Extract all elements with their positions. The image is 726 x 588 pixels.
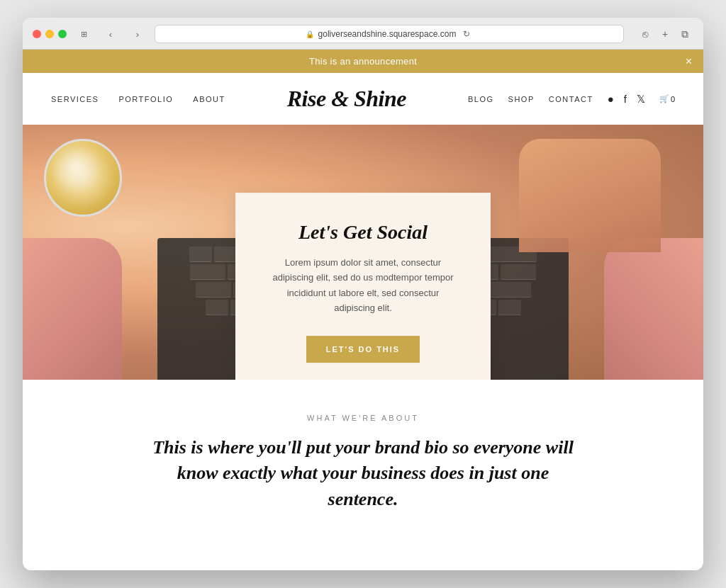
cart-count: 0 (671, 95, 675, 103)
latte-art (46, 141, 120, 215)
key (196, 282, 231, 298)
fabric-decoration-right (604, 238, 703, 380)
browser-chrome: ⊞ ‹ › 🔒 goliverseandshine.squarespace.co… (23, 18, 703, 50)
nav-left: SERVICES PORTFOLIO ABOUT (51, 95, 225, 103)
announcement-close-button[interactable]: × (686, 56, 692, 67)
key (214, 247, 237, 262)
new-tab-button[interactable]: + (657, 26, 674, 42)
window-toggle-button[interactable]: ⊞ (74, 26, 94, 42)
address-bar[interactable]: 🔒 goliverseandshine.squarespace.com ↻ (155, 25, 624, 43)
hero-section: Let's Get Social Lorem ipsum dolor sit a… (23, 125, 703, 380)
nav-link-blog[interactable]: BLOG (468, 95, 494, 103)
social-card-title: Let's Get Social (271, 221, 455, 244)
key (190, 264, 225, 280)
facebook-icon[interactable]: f (624, 93, 627, 105)
key (206, 300, 228, 315)
nav-link-services[interactable]: SERVICES (51, 95, 99, 103)
fabric-decoration-left (23, 238, 122, 380)
social-card: Let's Get Social Lorem ipsum dolor sit a… (235, 193, 491, 380)
announcement-bar: This is an announcement × (23, 50, 703, 73)
nav: SERVICES PORTFOLIO ABOUT Rise & Shine BL… (23, 73, 703, 125)
site-logo[interactable]: Rise & Shine (287, 86, 406, 112)
nav-social: ● f 𝕏 (608, 93, 645, 106)
coffee-cup (44, 139, 122, 217)
traffic-lights (33, 30, 67, 38)
back-button[interactable]: ‹ (101, 26, 121, 42)
minimize-traffic-light[interactable] (45, 30, 54, 38)
forward-button[interactable]: › (128, 26, 147, 42)
social-card-body: Lorem ipsum dolor sit amet, consectur ad… (271, 255, 455, 316)
nav-link-contact[interactable]: CONTACT (549, 95, 593, 103)
twitter-icon[interactable]: 𝕏 (637, 93, 645, 106)
about-headline: This is where you'll put your brand bio … (150, 435, 576, 512)
lock-icon: 🔒 (306, 30, 314, 38)
tabs-button[interactable]: ⧉ (676, 26, 693, 42)
key (498, 300, 521, 315)
nav-right: BLOG SHOP CONTACT ● f 𝕏 🛒 0 (468, 93, 675, 106)
cart-symbol: 🛒 (659, 94, 669, 103)
instagram-icon[interactable]: ● (608, 93, 614, 105)
hand-image (519, 139, 661, 252)
about-label: WHAT WE'RE ABOUT (51, 414, 675, 422)
maximize-traffic-light[interactable] (58, 30, 67, 38)
share-button[interactable]: ⎋ (637, 26, 654, 42)
browser-window: ⊞ ‹ › 🔒 goliverseandshine.squarespace.co… (23, 18, 703, 570)
nav-link-shop[interactable]: SHOP (508, 95, 535, 103)
cart-icon[interactable]: 🛒 0 (659, 94, 675, 103)
refresh-button[interactable]: ↻ (460, 29, 473, 39)
page-content: This is an announcement × SERVICES PORTF… (23, 50, 703, 541)
url-text: goliverseandshine.squarespace.com (318, 29, 457, 39)
announcement-text: This is an announcement (309, 56, 417, 67)
key (501, 264, 536, 280)
close-traffic-light[interactable] (33, 30, 41, 38)
browser-actions: ⎋ + ⧉ (637, 26, 693, 42)
nav-link-portfolio[interactable]: PORTFOLIO (118, 95, 173, 103)
key (189, 247, 212, 262)
about-section: WHAT WE'RE ABOUT This is where you'll pu… (23, 380, 703, 541)
nav-link-about[interactable]: ABOUT (193, 95, 225, 103)
social-card-button[interactable]: LET'S DO THIS (306, 336, 420, 363)
